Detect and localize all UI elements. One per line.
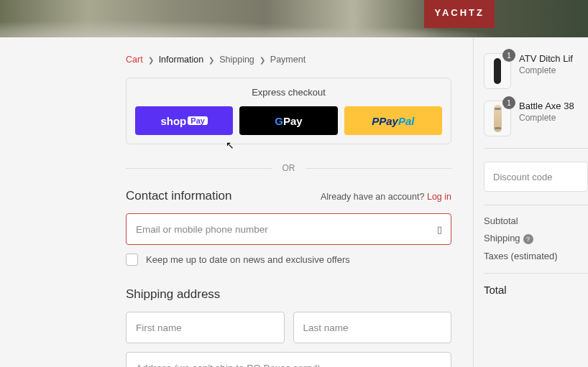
cart-item: 1 Battle Axe 38 Complete xyxy=(484,101,588,136)
product-thumbnail: 1 xyxy=(484,53,511,89)
or-separator: OR xyxy=(126,163,451,173)
crumb-cart[interactable]: Cart xyxy=(126,55,143,65)
paypal-button[interactable]: PPayPal xyxy=(344,106,442,135)
qty-badge: 1 xyxy=(502,96,515,109)
crumb-shipping: Shipping xyxy=(219,55,254,65)
taxes-label: Taxes (estimated) xyxy=(484,251,558,261)
qty-badge: 1 xyxy=(502,49,515,62)
newsletter-label: Keep me up to date on news and exclusive… xyxy=(146,254,350,265)
hero-banner: YACHTZ xyxy=(0,0,588,37)
contact-book-icon[interactable]: ▯ xyxy=(437,224,442,235)
help-icon[interactable]: ? xyxy=(523,234,533,244)
discount-code-field[interactable]: Discount code xyxy=(484,162,588,192)
cart-item: 1 ATV Ditch Lif Complete xyxy=(484,53,588,89)
google-pay-button[interactable]: G Pay xyxy=(239,106,337,135)
product-variant: Complete xyxy=(519,113,588,123)
product-name: ATV Ditch Lif xyxy=(519,53,588,64)
product-name: Battle Axe 38 xyxy=(519,101,588,111)
product-thumbnail: 1 xyxy=(484,101,511,136)
address-field[interactable] xyxy=(126,352,451,367)
google-icon: G xyxy=(275,115,283,127)
newsletter-checkbox[interactable] xyxy=(126,254,138,266)
chevron-right-icon: ❯ xyxy=(208,56,214,64)
crumb-information: Information xyxy=(159,55,204,65)
shipping-label: Shipping? xyxy=(484,233,533,244)
product-variant: Complete xyxy=(519,65,588,75)
shop-pay-button[interactable]: shopPay xyxy=(135,106,233,135)
last-name-field[interactable] xyxy=(293,312,452,343)
login-link[interactable]: Log in xyxy=(427,192,451,202)
express-checkout-panel: Express checkout shopPay G Pay PPayPal xyxy=(126,78,451,144)
login-prompt: Already have an account? Log in xyxy=(321,192,451,202)
crumb-payment: Payment xyxy=(270,55,306,65)
chevron-right-icon: ❯ xyxy=(259,56,265,64)
email-field[interactable] xyxy=(126,213,451,245)
chevron-right-icon: ❯ xyxy=(148,56,154,64)
total-label: Total xyxy=(484,284,507,296)
brand-badge: YACHTZ xyxy=(424,0,495,28)
order-summary: 1 ATV Ditch Lif Complete 1 Battle Axe 38… xyxy=(473,37,588,367)
contact-title: Contact information xyxy=(126,189,231,203)
subtotal-label: Subtotal xyxy=(484,215,518,226)
shipping-title: Shipping address xyxy=(126,287,451,302)
breadcrumb: Cart ❯ Information ❯ Shipping ❯ Payment xyxy=(126,55,451,65)
first-name-field[interactable] xyxy=(126,312,285,343)
express-title: Express checkout xyxy=(135,87,442,98)
